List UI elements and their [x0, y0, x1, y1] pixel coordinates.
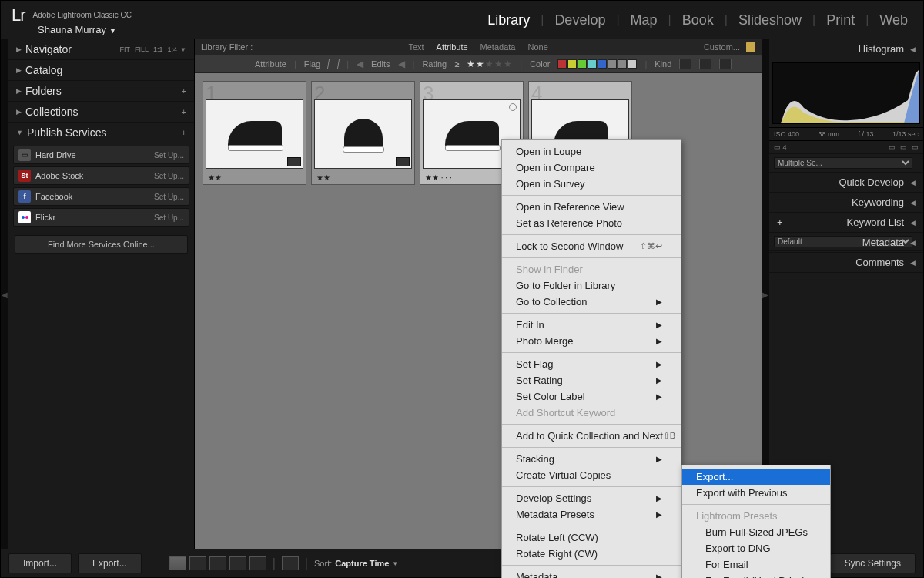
publish-facebook[interactable]: fFacebookSet Up... — [13, 187, 189, 206]
sync-settings-button[interactable]: Sync Settings — [830, 553, 916, 573]
quick-develop-preset-row: Multiple Se... — [769, 154, 923, 173]
publish-adobe-stock[interactable]: StAdobe StockSet Up... — [13, 166, 189, 185]
filter-preset-dropdown[interactable]: Custom... — [704, 42, 740, 52]
menu-item[interactable]: Open in Compare — [502, 160, 681, 176]
library-filter-bar: Library Filter : TextAttributeMetadataNo… — [195, 39, 762, 55]
filter-tab-none[interactable]: None — [527, 42, 547, 52]
filter-tab-metadata[interactable]: Metadata — [480, 42, 516, 52]
color-swatch[interactable] — [618, 59, 627, 69]
menu-item[interactable]: Set Color Label▶ — [502, 388, 681, 405]
color-swatch[interactable] — [578, 59, 587, 69]
thumbnail[interactable]: 1★★ — [203, 81, 306, 185]
menu-item[interactable]: Go to Collection▶ — [502, 294, 681, 310]
folders-header[interactable]: ▶Folders+ — [8, 81, 194, 102]
thumbnail[interactable]: 2★★ — [311, 81, 415, 185]
menu-item[interactable]: Rotate Right (CW) — [502, 546, 681, 562]
menu-item[interactable]: Go to Folder in Library — [502, 277, 681, 294]
context-menu[interactable]: Open in LoupeOpen in CompareOpen in Surv… — [501, 139, 681, 578]
menu-item[interactable]: Edit In▶ — [502, 317, 681, 333]
menu-item[interactable]: Set Rating▶ — [502, 372, 681, 388]
edits-label: Edits — [371, 59, 390, 69]
rating-comparator[interactable]: ≥ — [454, 59, 459, 69]
module-book[interactable]: Book — [682, 12, 714, 29]
menu-item[interactable]: Photo Merge▶ — [502, 333, 681, 349]
menu-item: Add Shortcut Keyword — [502, 405, 681, 421]
left-panel-collapse[interactable]: ◀ — [1, 39, 8, 549]
export-button[interactable]: Export... — [78, 553, 142, 573]
histogram-header[interactable]: Histogram◀ — [769, 39, 923, 59]
product-name: Adobe Lightroom Classic CC — [33, 11, 132, 19]
module-slideshow[interactable]: Slideshow — [738, 12, 802, 29]
menu-item[interactable]: Burn Full-Sized JPEGs — [682, 524, 830, 540]
menu-item[interactable]: For Email (Hard Drive) — [682, 573, 830, 578]
menu-item[interactable]: Lock to Second Window⇧⌘↩ — [502, 238, 681, 254]
find-more-services[interactable]: Find More Services Online... — [15, 235, 188, 254]
keyword-list-header[interactable]: +Keyword List◀ — [769, 213, 923, 233]
menu-item[interactable]: For Email — [682, 556, 830, 573]
grid-view-icon[interactable] — [169, 556, 186, 570]
quick-develop-header[interactable]: Quick Develop◀ — [769, 173, 923, 193]
module-map[interactable]: Map — [631, 12, 658, 29]
attribute-label: Attribute — [255, 59, 286, 69]
menu-item[interactable]: Metadata Presets▶ — [502, 506, 681, 523]
lock-icon[interactable] — [746, 42, 755, 52]
menu-item[interactable]: Set Flag▶ — [502, 356, 681, 372]
keywording-header[interactable]: Keywording◀ — [769, 193, 923, 213]
filter-tab-attribute[interactable]: Attribute — [437, 42, 468, 52]
loupe-view-icon[interactable] — [189, 556, 206, 570]
lr-logo: Lr — [12, 5, 25, 25]
comments-header[interactable]: Comments◀ — [769, 253, 923, 273]
navigator-header[interactable]: ▶Navigator FITFILL1:11:4 ▼ — [8, 39, 194, 60]
module-picker[interactable]: Library|Develop|Map|Book|Slideshow|Print… — [487, 12, 908, 29]
export-submenu[interactable]: Export...Export with PreviousLightroom P… — [681, 465, 831, 578]
publish-flickr[interactable]: FlickrSet Up... — [13, 208, 189, 227]
module-web[interactable]: Web — [879, 12, 908, 29]
module-develop[interactable]: Develop — [554, 12, 605, 29]
menu-item: Lightroom Presets — [682, 508, 830, 524]
filter-tab-text[interactable]: Text — [408, 42, 424, 52]
survey-view-icon[interactable] — [229, 556, 246, 570]
color-swatch[interactable] — [608, 59, 617, 69]
kind-vcopy-icon[interactable] — [699, 59, 711, 69]
menu-item[interactable]: Set as Reference Photo — [502, 215, 681, 231]
sort-control[interactable]: Sort: Capture Time ▼ — [314, 559, 398, 568]
identity-plate[interactable]: Shauna Murray ▼ — [38, 24, 132, 35]
histogram[interactable] — [772, 62, 920, 124]
flag-pick-icon[interactable] — [327, 59, 340, 69]
badge-strip: ▭ 4 ▭▭▭ — [769, 140, 923, 154]
menu-item: Show in Finder — [502, 261, 681, 277]
color-swatch[interactable] — [628, 59, 637, 69]
menu-item[interactable]: Metadata▶ — [502, 569, 681, 578]
people-view-icon[interactable] — [249, 556, 266, 570]
menu-item[interactable]: Export with Previous — [682, 485, 830, 501]
catalog-header[interactable]: ▶Catalog — [8, 60, 194, 81]
menu-item[interactable]: Create Virtual Copies — [502, 467, 681, 483]
publish-header[interactable]: ▼Publish Services+ — [8, 123, 194, 143]
metadata-preset-dropdown[interactable]: Default — [774, 236, 912, 247]
compare-view-icon[interactable] — [209, 556, 226, 570]
menu-item[interactable]: Rotate Left (CCW) — [502, 529, 681, 546]
collections-header[interactable]: ▶Collections+ — [8, 102, 194, 123]
menu-item[interactable]: Export... — [682, 469, 830, 485]
color-swatch[interactable] — [598, 59, 607, 69]
saved-preset-dropdown[interactable]: Multiple Se... — [774, 157, 912, 169]
menu-item[interactable]: Add to Quick Collection and Next⇧B — [502, 428, 681, 444]
menu-item[interactable]: Open in Survey — [502, 176, 681, 192]
menu-item[interactable]: Stacking▶ — [502, 451, 681, 467]
module-library[interactable]: Library — [487, 12, 530, 29]
publish-hard-drive[interactable]: ▭Hard DriveSet Up... — [13, 146, 189, 164]
import-button[interactable]: Import... — [8, 553, 72, 573]
painter-tool-icon[interactable] — [282, 556, 299, 570]
color-swatch[interactable] — [588, 59, 597, 69]
flag-label: Flag — [304, 59, 320, 69]
menu-item[interactable]: Open in Reference View — [502, 199, 681, 215]
color-swatch[interactable] — [567, 59, 577, 69]
color-swatch[interactable] — [557, 59, 567, 69]
rating-stars[interactable]: ★★★★★ — [467, 59, 512, 69]
kind-master-icon[interactable] — [679, 59, 691, 69]
menu-item[interactable]: Open in Loupe — [502, 143, 681, 160]
menu-item[interactable]: Export to DNG — [682, 540, 830, 556]
menu-item[interactable]: Develop Settings▶ — [502, 490, 681, 506]
kind-video-icon[interactable] — [719, 59, 732, 69]
module-print[interactable]: Print — [826, 12, 855, 29]
